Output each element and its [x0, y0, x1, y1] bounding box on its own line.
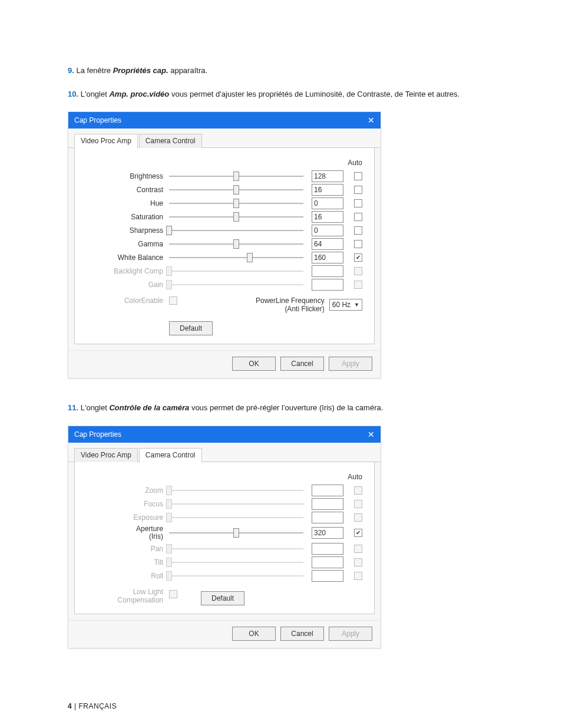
- property-value: [312, 512, 343, 523]
- property-label: Sharpness: [87, 226, 169, 235]
- property-row: Exposure: [87, 512, 362, 523]
- apply-button: Apply: [329, 357, 372, 371]
- ok-button[interactable]: OK: [232, 627, 276, 641]
- property-value: [312, 265, 343, 277]
- property-label: Roll: [87, 572, 169, 580]
- dialog-buttons: OK Cancel Apply: [68, 350, 381, 378]
- colorenable-label: ColorEnable: [87, 297, 169, 305]
- property-value: [312, 543, 343, 555]
- colorenable-powerline-row: ColorEnable PowerLine Frequency (Anti Fl…: [87, 297, 362, 313]
- property-slider[interactable]: [169, 171, 303, 182]
- property-slider: [169, 512, 303, 523]
- step-11: 11. L'onglet Contrôle de la caméra vous …: [68, 402, 494, 414]
- tab-panel: Auto Brightness128Contrast16Hue0Saturati…: [74, 147, 375, 344]
- property-label: Saturation: [87, 213, 169, 221]
- tab-camera-control[interactable]: Camera Control: [139, 134, 202, 148]
- property-label: Contrast: [87, 186, 169, 194]
- property-value[interactable]: 16: [312, 211, 343, 223]
- tabs: Video Proc Amp Camera Control: [68, 129, 381, 148]
- cancel-button[interactable]: Cancel: [280, 627, 324, 641]
- property-label: Focus: [87, 500, 169, 508]
- property-row: Aperture(Iris)320✔: [87, 525, 362, 542]
- property-value[interactable]: 0: [312, 197, 343, 209]
- auto-checkbox: [354, 486, 362, 495]
- property-slider[interactable]: [169, 252, 303, 263]
- property-value[interactable]: 16: [312, 184, 343, 196]
- cancel-button[interactable]: Cancel: [280, 357, 324, 371]
- property-label: Exposure: [87, 513, 169, 522]
- auto-checkbox[interactable]: [354, 199, 362, 207]
- property-slider: [169, 485, 303, 496]
- auto-checkbox: [354, 500, 362, 508]
- property-row: Gain: [87, 279, 362, 291]
- default-button[interactable]: Default: [169, 321, 213, 335]
- auto-checkbox[interactable]: [354, 172, 362, 180]
- cap-properties-dialog-1: Cap Properties ✕ Video Proc Amp Camera C…: [68, 111, 381, 378]
- close-icon[interactable]: ✕: [368, 116, 375, 124]
- auto-checkbox[interactable]: ✔: [354, 253, 362, 262]
- property-row: Gamma64: [87, 238, 362, 250]
- property-value: [312, 556, 343, 568]
- property-value[interactable]: 160: [312, 252, 343, 263]
- ok-button[interactable]: OK: [232, 357, 276, 371]
- window-title: Cap Properties: [74, 116, 121, 124]
- lowlight-label: Low Light Compensation: [87, 588, 169, 605]
- auto-checkbox: [354, 545, 362, 553]
- auto-checkbox[interactable]: [354, 240, 362, 248]
- tab-camera-control[interactable]: Camera Control: [139, 448, 202, 462]
- property-slider: [169, 266, 303, 276]
- auto-checkbox[interactable]: ✔: [354, 529, 362, 537]
- step-number: 11.: [68, 403, 78, 412]
- property-row: Focus: [87, 498, 362, 510]
- titlebar: Cap Properties ✕: [68, 426, 381, 443]
- default-button[interactable]: Default: [201, 591, 244, 605]
- property-value[interactable]: 64: [312, 238, 343, 250]
- property-slider[interactable]: [169, 212, 303, 222]
- tab-video-proc-amp[interactable]: Video Proc Amp: [74, 134, 138, 148]
- powerline-label: PowerLine Frequency (Anti Flicker): [256, 297, 325, 313]
- property-label: Backlight Comp: [87, 267, 169, 275]
- auto-checkbox[interactable]: [354, 226, 362, 235]
- property-slider[interactable]: [169, 198, 303, 209]
- property-row: Contrast16: [87, 184, 362, 196]
- property-slider[interactable]: [169, 528, 303, 538]
- powerline-select[interactable]: 60 Hz ▼: [329, 299, 362, 311]
- property-slider[interactable]: [169, 225, 303, 236]
- property-slider: [169, 571, 303, 581]
- tab-video-proc-amp[interactable]: Video Proc Amp: [74, 448, 138, 462]
- property-slider[interactable]: [169, 185, 303, 195]
- property-row: White Balance160✔: [87, 252, 362, 263]
- property-slider: [169, 279, 303, 290]
- cap-properties-dialog-2: Cap Properties ✕ Video Proc Amp Camera C…: [68, 426, 381, 649]
- auto-checkbox: [354, 513, 362, 522]
- property-label: Brightness: [87, 172, 169, 180]
- property-label: Aperture(Iris): [87, 525, 169, 542]
- property-row: Brightness128: [87, 170, 362, 182]
- property-value[interactable]: 128: [312, 170, 343, 182]
- dialog-buttons: OK Cancel Apply: [68, 620, 381, 648]
- step-10: 10. L'onglet Amp. proc.vidéo vous permet…: [68, 88, 494, 100]
- property-row: Saturation16: [87, 211, 362, 223]
- property-row: Pan: [87, 543, 362, 555]
- step-9: 9. La fenêtre Propriétés cap. apparaîtra…: [68, 65, 494, 77]
- tab-panel: Auto ZoomFocusExposureAperture(Iris)320✔…: [74, 462, 375, 615]
- auto-checkbox: [354, 572, 362, 580]
- property-slider[interactable]: [169, 239, 303, 249]
- property-slider: [169, 543, 303, 554]
- auto-header: Auto: [87, 159, 362, 167]
- property-label: Gamma: [87, 240, 169, 248]
- property-slider: [169, 557, 303, 568]
- property-label: Hue: [87, 199, 169, 207]
- tabs: Video Proc Amp Camera Control: [68, 443, 381, 462]
- colorenable-checkbox: [169, 297, 177, 305]
- property-value[interactable]: 0: [312, 225, 343, 236]
- auto-checkbox[interactable]: [354, 213, 362, 221]
- close-icon[interactable]: ✕: [368, 430, 375, 439]
- property-label: Zoom: [87, 486, 169, 495]
- property-row: Zoom: [87, 485, 362, 496]
- auto-checkbox[interactable]: [354, 186, 362, 194]
- property-value: [312, 498, 343, 510]
- property-slider: [169, 499, 303, 509]
- property-row: Hue0: [87, 197, 362, 209]
- property-value[interactable]: 320: [312, 527, 343, 539]
